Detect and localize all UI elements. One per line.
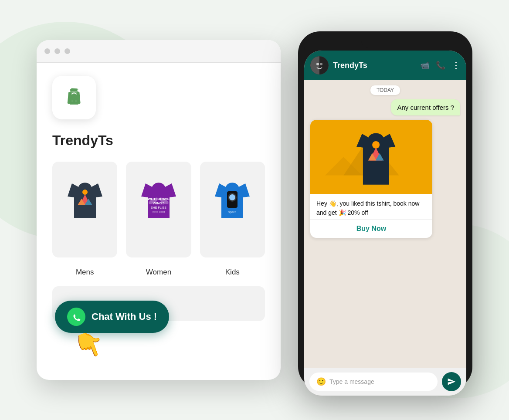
chat-button-wrapper: Chat With Us ! 👇 [55, 301, 169, 333]
emoji-icon[interactable]: 🙂 [316, 377, 326, 386]
product-grid: WITH BRAVE WINGS SHE FLIES life is good [52, 162, 265, 257]
product-card-mens[interactable] [52, 162, 117, 257]
browser-topbar [37, 40, 281, 63]
store-name: TrendyTs [52, 132, 265, 149]
svg-text:life is good: life is good [153, 210, 165, 213]
label-kids: Kids [200, 268, 265, 277]
more-options-icon[interactable]: ⋮ [451, 60, 460, 71]
browser-dot-3 [64, 48, 70, 54]
shopify-icon [60, 84, 88, 112]
svg-point-19 [320, 63, 322, 65]
chat-body: TODAY Any current offers ? [304, 80, 466, 368]
svg-point-27 [372, 141, 380, 149]
message-input-container[interactable]: 🙂 Type a message [309, 373, 438, 391]
phone-frame: TrendyTs 📹 📞 ⋮ TODAY Any current offers … [298, 31, 472, 389]
phone-notch [361, 39, 409, 48]
svg-point-18 [316, 63, 319, 65]
product-labels: Mens Women Kids [52, 268, 265, 277]
shopify-logo-container [52, 76, 96, 119]
whatsapp-icon [71, 311, 82, 322]
buy-now-button[interactable]: Buy Now [310, 219, 432, 238]
chat-button[interactable]: Chat With Us ! [55, 301, 169, 333]
product-card-kids[interactable]: space [200, 162, 265, 257]
call-icon[interactable]: 📞 [436, 61, 445, 70]
product-card-women[interactable]: WITH BRAVE WINGS SHE FLIES life is good [126, 162, 191, 257]
tshirt-women-image: WITH BRAVE WINGS SHE FLIES life is good [135, 166, 183, 236]
whatsapp-header: TrendyTs 📹 📞 ⋮ [304, 51, 466, 80]
contact-name: TrendyTs [333, 61, 416, 70]
browser-window: TrendyTs [37, 40, 281, 380]
message-input-bar: 🙂 Type a message [304, 368, 466, 396]
product-message-text: Hey 👋, you liked this tshirt, book now a… [310, 194, 432, 219]
input-placeholder: Type a message [329, 378, 374, 385]
main-scene: TrendyTs [15, 14, 494, 406]
sent-message: Any current offers ? [391, 99, 460, 115]
date-badge: TODAY [370, 85, 400, 95]
svg-point-6 [82, 190, 88, 195]
chat-button-text: Chat With Us ! [92, 311, 157, 322]
contact-avatar [310, 56, 329, 75]
product-card-image [310, 120, 432, 194]
phone-notch-bar [304, 37, 466, 50]
tshirt-kids-image: space [208, 166, 256, 236]
video-call-icon[interactable]: 📹 [420, 61, 430, 70]
label-mens: Mens [52, 268, 117, 277]
phone-screen: TrendyTs 📹 📞 ⋮ TODAY Any current offers … [304, 51, 466, 396]
tshirt-mens-image [61, 166, 109, 236]
svg-point-15 [229, 194, 235, 200]
browser-content: TrendyTs [37, 63, 281, 334]
label-women: Women [126, 268, 191, 277]
whatsapp-icon-circle [67, 308, 85, 326]
header-icons: 📹 📞 ⋮ [420, 60, 460, 71]
browser-dot-2 [54, 48, 60, 54]
svg-text:space: space [228, 210, 237, 214]
product-message-card: Hey 👋, you liked this tshirt, book now a… [310, 120, 432, 238]
browser-dot-1 [44, 48, 50, 54]
svg-text:SHE FLIES: SHE FLIES [151, 206, 166, 209]
send-button[interactable] [442, 372, 461, 391]
